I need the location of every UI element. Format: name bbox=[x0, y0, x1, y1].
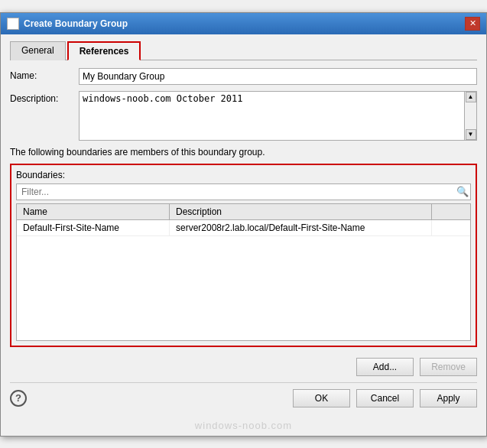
description-row: Description: ▲ ▼ bbox=[10, 91, 477, 141]
name-row: Name: bbox=[10, 68, 477, 85]
dialog-title: Create Boundary Group bbox=[24, 18, 128, 29]
footer-row: ? OK Cancel Apply bbox=[10, 382, 477, 407]
title-bar-left: ⊞ Create Boundary Group bbox=[7, 18, 128, 30]
boundaries-table: Name Description Default-First-Site-Name… bbox=[16, 203, 471, 341]
footer-buttons: OK Cancel Apply bbox=[293, 389, 477, 407]
col-header-extra bbox=[432, 204, 470, 219]
add-remove-row: Add... Remove bbox=[10, 358, 477, 376]
help-icon[interactable]: ? bbox=[10, 390, 27, 407]
col-header-name: Name bbox=[17, 204, 170, 219]
description-wrapper: ▲ ▼ bbox=[79, 91, 477, 141]
close-button[interactable]: ✕ bbox=[465, 17, 480, 31]
search-icon: 🔍 bbox=[455, 184, 470, 200]
scroll-up[interactable]: ▲ bbox=[466, 92, 476, 102]
scrollbar[interactable]: ▲ ▼ bbox=[464, 92, 476, 140]
apply-button[interactable]: Apply bbox=[420, 389, 477, 407]
footer-left: ? bbox=[10, 390, 27, 407]
table-empty-area bbox=[17, 236, 470, 340]
name-input[interactable] bbox=[79, 68, 477, 85]
cell-extra bbox=[432, 220, 470, 235]
title-bar: ⊞ Create Boundary Group ✕ bbox=[1, 13, 486, 34]
tab-general[interactable]: General bbox=[10, 41, 66, 60]
cancel-button[interactable]: Cancel bbox=[356, 389, 414, 407]
table-body: Default-First-Site-Name server2008r2.lab… bbox=[17, 220, 470, 236]
dialog-body: General References Name: Description: ▲ … bbox=[1, 34, 486, 417]
tab-references[interactable]: References bbox=[67, 41, 141, 60]
scroll-down[interactable]: ▼ bbox=[466, 129, 476, 140]
filter-input[interactable] bbox=[17, 184, 455, 200]
create-boundary-group-dialog: ⊞ Create Boundary Group ✕ General Refere… bbox=[0, 12, 487, 437]
add-button[interactable]: Add... bbox=[356, 358, 414, 376]
ok-button[interactable]: OK bbox=[293, 389, 350, 407]
description-label: Description: bbox=[10, 91, 79, 104]
dialog-icon: ⊞ bbox=[7, 18, 19, 30]
tab-bar: General References bbox=[10, 41, 477, 60]
watermark: windows-noob.com bbox=[1, 417, 486, 436]
info-text: The following boundaries are members of … bbox=[10, 147, 477, 157]
description-input[interactable] bbox=[80, 92, 476, 138]
boundaries-label: Boundaries: bbox=[16, 170, 471, 180]
remove-button[interactable]: Remove bbox=[420, 358, 477, 376]
cell-description: server2008r2.lab.local/Default-First-Sit… bbox=[170, 220, 432, 235]
table-header: Name Description bbox=[17, 204, 470, 220]
col-header-description: Description bbox=[170, 204, 432, 219]
table-row[interactable]: Default-First-Site-Name server2008r2.lab… bbox=[17, 220, 470, 236]
name-label: Name: bbox=[10, 68, 79, 81]
boundaries-group: Boundaries: 🔍 Name Description Default-F… bbox=[10, 164, 477, 347]
filter-row: 🔍 bbox=[16, 183, 471, 200]
cell-name: Default-First-Site-Name bbox=[17, 220, 170, 235]
